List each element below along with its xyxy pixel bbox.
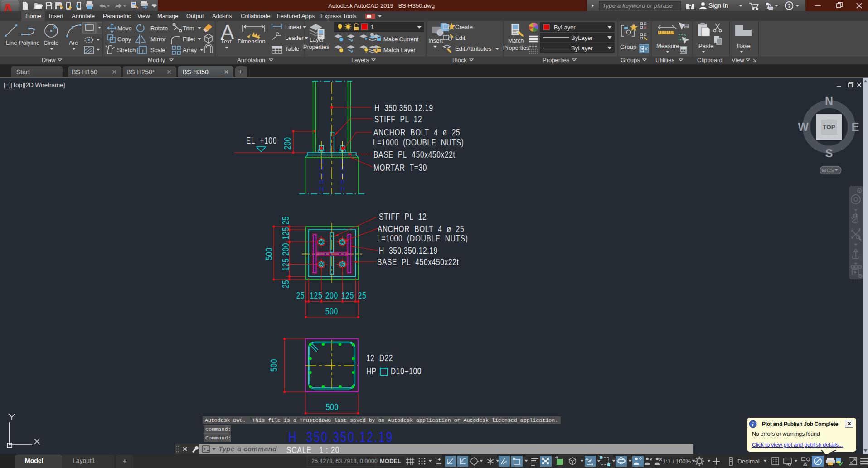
svg-text:125: 125 <box>281 258 291 271</box>
svg-text:Properties: Properties <box>303 44 329 50</box>
svg-text:ByLayer: ByLayer <box>554 24 576 31</box>
svg-text:12 D22: 12 D22 <box>366 353 393 363</box>
svg-text:BASE PL 450x450x22t: BASE PL 450x450x22t <box>377 257 459 267</box>
svg-text:MORTAR T=30: MORTAR T=30 <box>373 163 427 173</box>
svg-text:Rotate: Rotate <box>150 25 168 32</box>
svg-text:TOP: TOP <box>823 124 835 130</box>
svg-text:Create: Create <box>455 24 473 30</box>
svg-text:D10−100: D10−100 <box>391 366 422 376</box>
svg-text:MODEL: MODEL <box>380 458 401 464</box>
svg-text:Copy: Copy <box>117 36 131 43</box>
svg-text:E: E <box>852 121 859 133</box>
svg-text:Type a keyword or phrase: Type a keyword or phrase <box>602 2 673 9</box>
svg-text:500: 500 <box>264 247 274 260</box>
svg-text:Make Current: Make Current <box>383 36 419 43</box>
svg-text:125: 125 <box>341 290 354 301</box>
svg-text:Base: Base <box>737 43 751 49</box>
svg-text:N: N <box>825 95 833 107</box>
svg-text:25: 25 <box>358 290 367 301</box>
svg-text:500: 500 <box>325 306 338 316</box>
svg-text:Circle: Circle <box>44 39 58 46</box>
svg-text:ByLayer: ByLayer <box>571 45 593 52</box>
svg-text:Layout1: Layout1 <box>73 457 95 464</box>
svg-text:ANCHOR BOLT 4 ø 25: ANCHOR BOLT 4 ø 25 <box>378 224 464 234</box>
svg-text:Fillet: Fillet <box>183 36 195 43</box>
svg-text:Dimension: Dimension <box>238 38 265 45</box>
svg-text:500: 500 <box>269 359 279 372</box>
svg-text:125: 125 <box>281 227 291 240</box>
svg-text:Draw: Draw <box>42 57 56 63</box>
svg-text:H 350.350.12.19: H 350.350.12.19 <box>379 246 438 256</box>
svg-text:Array: Array <box>183 47 197 53</box>
svg-text:i: i <box>752 421 754 428</box>
svg-text:WCS: WCS <box>822 168 834 173</box>
svg-text:Text: Text <box>221 38 232 45</box>
svg-text:HP: HP <box>366 366 377 376</box>
svg-text:Layers: Layers <box>351 57 369 63</box>
svg-text:200: 200 <box>281 243 291 256</box>
svg-text:Sign In: Sign In <box>708 2 728 9</box>
svg-text:Mirror: Mirror <box>150 36 166 43</box>
svg-text:STIFF PL 12: STIFF PL 12 <box>379 212 427 222</box>
svg-text:?: ? <box>787 3 791 10</box>
svg-text:ByLayer: ByLayer <box>571 34 593 41</box>
svg-text:1: 1 <box>371 24 374 30</box>
svg-text:25: 25 <box>296 290 305 301</box>
svg-text:Linear: Linear <box>285 24 302 30</box>
svg-text:Paste: Paste <box>698 43 713 49</box>
svg-text:EL +100: EL +100 <box>246 135 277 146</box>
svg-text:Table: Table <box>285 45 299 52</box>
svg-text:Arc: Arc <box>69 39 78 46</box>
svg-text:Stretch: Stretch <box>117 47 136 53</box>
svg-text:Insert: Insert <box>428 37 443 44</box>
svg-text:Trim: Trim <box>183 25 194 32</box>
svg-text:Block: Block <box>452 57 467 63</box>
svg-text:Properties: Properties <box>543 57 570 63</box>
svg-text:125: 125 <box>310 290 323 301</box>
svg-text:STIFF PL 12: STIFF PL 12 <box>374 114 422 125</box>
svg-text:L=1000 (DOUBLE NUTS): L=1000 (DOUBLE NUTS) <box>377 233 468 244</box>
svg-text:BASE PL 450x450x22t: BASE PL 450x450x22t <box>373 150 456 160</box>
svg-text:ANCHOR BOLT 4 ø 25: ANCHOR BOLT 4 ø 25 <box>373 127 460 138</box>
svg-text:25: 25 <box>281 280 291 289</box>
svg-text:W: W <box>798 121 809 133</box>
svg-text:Utilities: Utilities <box>655 57 674 63</box>
svg-text:Model: Model <box>25 457 43 464</box>
svg-text:200: 200 <box>282 137 293 150</box>
svg-text:Measure: Measure <box>656 43 679 49</box>
svg-text:Clipboard: Clipboard <box>697 57 723 63</box>
svg-text:Decimal: Decimal <box>737 458 760 465</box>
svg-text:+: + <box>123 457 127 464</box>
svg-text:H 350.350.12.19: H 350.350.12.19 <box>374 103 433 113</box>
svg-text:Modify: Modify <box>148 57 165 63</box>
svg-text:L=1000 (DOUBLE NUTS): L=1000 (DOUBLE NUTS) <box>373 137 464 148</box>
svg-text:Leader: Leader <box>285 34 304 41</box>
svg-text:Scale: Scale <box>150 47 165 53</box>
svg-text:Edit Attributes: Edit Attributes <box>455 45 492 52</box>
svg-text:Match Layer: Match Layer <box>383 47 416 53</box>
svg-text:Match: Match <box>508 38 524 44</box>
svg-text:Properties: Properties <box>503 45 529 51</box>
svg-text:Layer: Layer <box>310 37 324 43</box>
svg-text:500: 500 <box>326 402 339 412</box>
svg-text:25: 25 <box>281 216 291 225</box>
svg-text:Line: Line <box>6 39 17 46</box>
svg-text:View: View <box>732 57 745 63</box>
svg-text:Polyline: Polyline <box>19 39 40 46</box>
svg-text:200: 200 <box>325 290 338 301</box>
svg-text:Move: Move <box>117 25 132 32</box>
svg-text:Group: Group <box>620 43 636 50</box>
svg-text:1:1 / 100%: 1:1 / 100% <box>663 458 691 465</box>
svg-text:Edit: Edit <box>455 34 466 41</box>
svg-text:Groups: Groups <box>621 57 640 63</box>
svg-text:[−][Top][2D Wireframe]: [−][Top][2D Wireframe] <box>4 82 65 88</box>
svg-text:Annotation: Annotation <box>237 57 265 63</box>
svg-text:25.4278, 63.7918, 0.0000: 25.4278, 63.7918, 0.0000 <box>311 458 378 464</box>
svg-text:S: S <box>825 147 833 159</box>
